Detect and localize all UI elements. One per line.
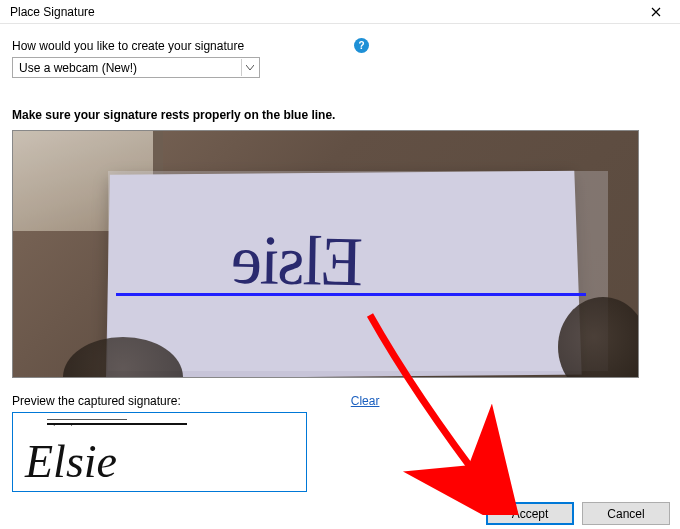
cancel-button[interactable]: Cancel bbox=[582, 502, 670, 525]
preview-row: Preview the captured signature: Clear bbox=[12, 394, 668, 408]
close-icon bbox=[651, 7, 661, 17]
window-title: Place Signature bbox=[10, 5, 95, 19]
signature-preview-box[interactable]: ' ' Elsie bbox=[12, 412, 307, 492]
titlebar: Place Signature bbox=[0, 0, 680, 24]
accept-button[interactable]: Accept bbox=[486, 502, 574, 525]
preview-scribble: ' ' bbox=[53, 419, 79, 435]
button-bar: Accept Cancel bbox=[486, 502, 670, 525]
close-button[interactable] bbox=[638, 1, 674, 23]
chevron-down-icon bbox=[241, 59, 257, 76]
preview-label: Preview the captured signature: bbox=[12, 394, 181, 408]
instruction-text: Make sure your signature rests properly … bbox=[12, 108, 668, 122]
dropdown-selected-value: Use a webcam (New!) bbox=[19, 61, 137, 75]
preview-signature: Elsie bbox=[25, 435, 117, 488]
help-icon[interactable]: ? bbox=[354, 38, 369, 53]
webcam-signature: Elsie bbox=[232, 220, 363, 302]
signature-method-dropdown[interactable]: Use a webcam (New!) bbox=[12, 57, 260, 78]
dialog-content: How would you like to create your signat… bbox=[0, 24, 680, 492]
webcam-guide-line bbox=[116, 293, 586, 296]
clear-link[interactable]: Clear bbox=[351, 394, 380, 408]
prompt-label: How would you like to create your signat… bbox=[12, 39, 244, 53]
prompt-row: How would you like to create your signat… bbox=[12, 38, 668, 53]
webcam-preview: Elsie bbox=[12, 130, 639, 378]
